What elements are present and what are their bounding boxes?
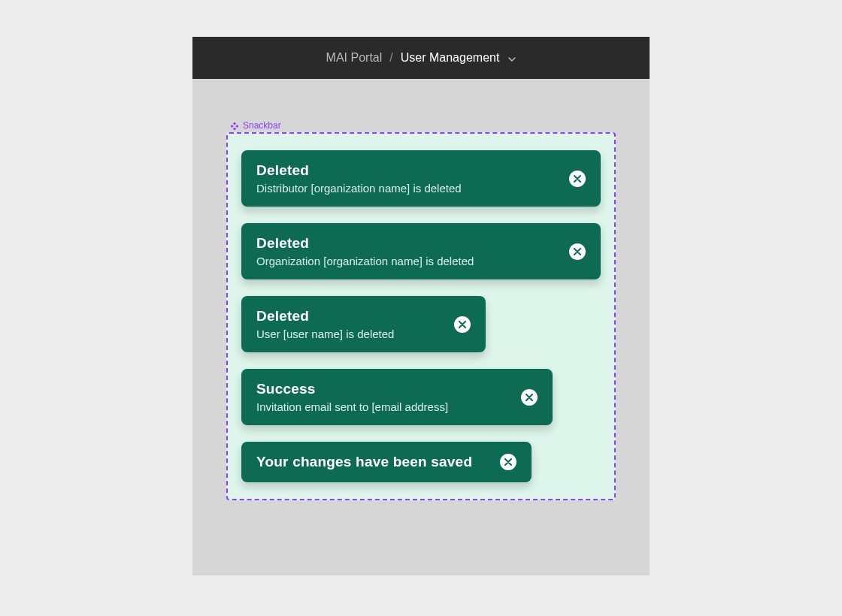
breadcrumb-root[interactable]: MAI Portal [326,51,383,65]
snackbar-toast: DeletedUser [user name] is deleted [241,296,486,352]
toast-title: Deleted [256,235,474,252]
snackbar-region: DeletedDistributor [organization name] i… [226,132,616,500]
chevron-down-icon[interactable] [508,51,516,65]
snackbar-toast: SuccessInvitation email sent to [email a… [241,369,553,425]
app-frame: MAI Portal / User Management Snackbar De… [192,37,650,575]
toast-body: Distributor [organization name] is delet… [256,182,462,195]
svg-rect-3 [233,127,236,130]
header-bar: MAI Portal / User Management [192,37,650,79]
toast-text: DeletedUser [user name] is deleted [256,308,409,340]
toast-body: Invitation email sent to [email address] [256,400,448,413]
svg-rect-1 [231,125,234,128]
component-icon [231,122,238,129]
component-label-text: Snackbar [243,120,281,131]
toast-text: DeletedOrganization [organization name] … [256,235,489,267]
breadcrumb-separator: / [389,51,392,65]
toast-title: Success [256,381,448,397]
toast-text: Your changes have been saved [256,454,487,470]
close-icon[interactable] [569,171,586,187]
toast-text: SuccessInvitation email sent to [email a… [256,381,463,413]
snackbar-toast: Your changes have been saved [241,442,532,482]
breadcrumb-current[interactable]: User Management [401,51,500,65]
svg-rect-0 [233,122,236,125]
toast-body: User [user name] is deleted [256,328,394,340]
content-area: Snackbar DeletedDistributor [organizatio… [192,79,650,515]
svg-rect-2 [235,125,238,128]
close-icon[interactable] [454,316,471,333]
toast-body: Organization [organization name] is dele… [256,255,474,267]
close-icon[interactable] [569,243,586,260]
close-icon[interactable] [500,454,516,470]
snackbar-toast: DeletedDistributor [organization name] i… [241,150,601,207]
snackbar-toast: DeletedOrganization [organization name] … [241,223,601,279]
toast-title: Deleted [256,162,462,179]
toast-title: Your changes have been saved [256,454,472,470]
component-label: Snackbar [231,120,616,131]
toast-text: DeletedDistributor [organization name] i… [256,162,477,195]
breadcrumb: MAI Portal / User Management [326,51,516,65]
toast-title: Deleted [256,308,394,325]
close-icon[interactable] [521,389,538,406]
